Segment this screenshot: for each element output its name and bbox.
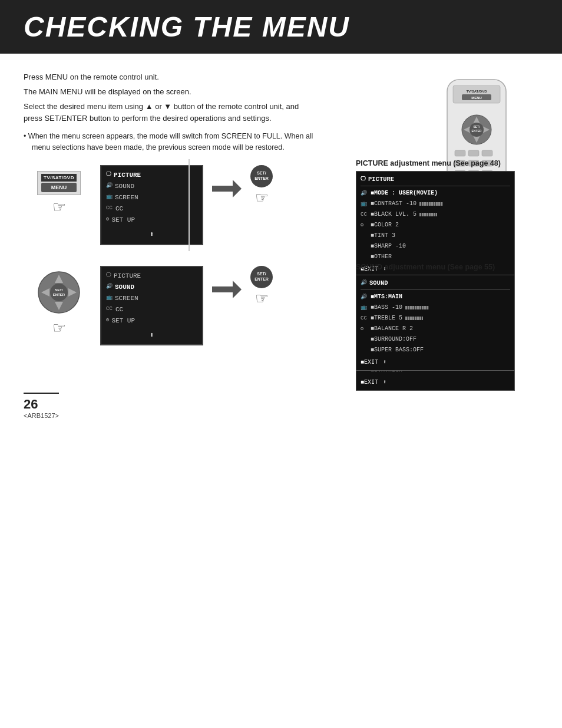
svg-point-31 xyxy=(50,284,68,301)
svg-rect-14 xyxy=(468,150,479,156)
svg-rect-13 xyxy=(455,150,465,156)
hand-icon-top: ☞ xyxy=(52,198,66,216)
sound-section-label: SOUND adjustment menu (See page 55) xyxy=(356,263,515,271)
svg-text:SET/: SET/ xyxy=(473,125,480,129)
page-number: 26 xyxy=(24,397,59,412)
svg-rect-15 xyxy=(482,150,492,156)
svg-text:TV/SAT/DVD: TV/SAT/DVD xyxy=(466,90,487,93)
sound-menu-area: SOUND adjustment menu (See page 55) 🔊 SO… xyxy=(356,263,515,371)
svg-text:SET/: SET/ xyxy=(55,288,63,292)
page-code: <ARB1527> xyxy=(24,412,59,419)
set-enter-bottom: SET/ENTER ☞ xyxy=(250,266,273,308)
tv-sat-dvd-label: TV/SAT/DVD xyxy=(41,174,77,182)
intro-line2: The MAIN MENU will be displayed on the s… xyxy=(24,86,318,98)
svg-text:MENU: MENU xyxy=(471,96,482,100)
nav-arrows-top: ⬆ xyxy=(106,229,197,241)
page-header: CHECKING THE MENU xyxy=(0,0,562,54)
hand-icon-set-enter-bottom: ☞ xyxy=(255,289,269,308)
sound-main-menu-box: 🖵 PICTURE 🔊 SOUND 📺 SCREEN CC CC xyxy=(100,266,203,346)
bullet-text: • When the menu screen appears, the mode… xyxy=(24,131,318,153)
sound-detail-menu: 🔊 SOUND 🔊■MTS:MAIN 📺■BASS -10 CC■TREBLE … xyxy=(356,275,515,371)
intro-block: Press MENU on the remote control unit. T… xyxy=(24,71,318,125)
main-menu-box: 🖵 PICTURE 🔊 SOUND 📺 SCREEN CC CC xyxy=(100,165,203,245)
svg-marker-34 xyxy=(212,281,242,298)
svg-text:ENTER: ENTER xyxy=(472,129,482,133)
menu-setup: SET UP xyxy=(111,215,135,225)
page-title: CHECKING THE MENU xyxy=(24,11,538,43)
tv-menu-device: TV/SAT/DVD MENU ☞ xyxy=(24,159,94,216)
set-enter-button-top[interactable]: SET/ENTER xyxy=(250,165,273,187)
hand-icon-bottom: ☞ xyxy=(52,319,66,337)
svg-text:ENTER: ENTER xyxy=(53,293,65,297)
hand-icon-set-enter-top: ☞ xyxy=(255,189,269,207)
menu-sound: SOUND xyxy=(115,182,134,192)
arrow-right-top xyxy=(209,177,244,200)
picture-menu-1: 🖵 PICTURE 🔊■MODE : USER(MOVIE) 📺■CONTRAS… xyxy=(356,171,515,278)
intro-line3: Select the desired menu item using ▲ or … xyxy=(24,101,318,126)
menu-cc: CC xyxy=(115,204,123,214)
dpad-device: SET/ ENTER ☞ xyxy=(24,263,94,337)
arrow-right-bottom xyxy=(209,278,244,301)
menu-picture: PICTURE xyxy=(114,170,141,180)
nav-arrows-bottom: ⬆ xyxy=(106,330,197,341)
set-enter-top: SET/ENTER ☞ xyxy=(250,165,273,207)
page-number-area: 26 <ARB1527> xyxy=(24,393,59,419)
picture-section-label: PICTURE adjustment menu (See page 48) xyxy=(356,159,515,167)
menu-screen: SCREEN xyxy=(115,193,138,203)
diagram-area: TV/SAT/DVD MENU ☞ 🖵 PICTURE 🔊 SOUND xyxy=(24,159,538,381)
menu-button-label: MENU xyxy=(41,183,77,192)
intro-line1: Press MENU on the remote control unit. xyxy=(24,71,318,84)
set-enter-button-bottom[interactable]: SET/ENTER xyxy=(250,266,273,288)
svg-marker-25 xyxy=(212,180,242,197)
vertical-divider xyxy=(189,159,190,252)
